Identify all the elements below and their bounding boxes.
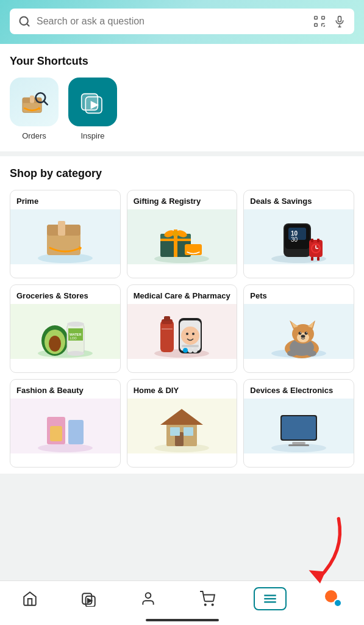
svg-point-68 — [181, 327, 199, 345]
svg-point-87 — [306, 332, 307, 333]
svg-rect-62 — [160, 320, 174, 352]
cat-deals-label: Deals & Savings — [244, 190, 354, 209]
svg-rect-104 — [292, 442, 305, 444]
account-nav-icon — [140, 591, 156, 607]
svg-rect-14 — [30, 96, 34, 103]
cat-home-label: Home & DIY — [127, 380, 237, 399]
svg-point-70 — [192, 333, 194, 335]
cat-pets-label: Pets — [244, 285, 354, 304]
svg-rect-103 — [282, 416, 316, 439]
category-card-deals[interactable]: Deals & Savings 10 30 — [243, 190, 354, 278]
svg-point-59 — [67, 322, 84, 327]
bottom-spacer — [0, 474, 364, 529]
category-section: Shop by category Prime Gifting & Registr… — [0, 156, 364, 474]
category-card-prime[interactable]: Prime — [10, 190, 121, 278]
svg-point-112 — [212, 604, 213, 605]
svg-point-85 — [305, 331, 308, 334]
svg-rect-105 — [288, 444, 309, 446]
nav-cart[interactable] — [194, 588, 220, 609]
svg-rect-64 — [164, 316, 170, 321]
svg-rect-42 — [311, 239, 313, 242]
nav-menu[interactable] — [254, 587, 287, 610]
svg-rect-93 — [68, 420, 84, 444]
category-card-gifting[interactable]: Gifting & Registry — [127, 190, 238, 278]
svg-rect-9 — [338, 16, 341, 22]
svg-text:30: 30 — [291, 236, 298, 243]
svg-rect-24 — [58, 221, 65, 236]
svg-point-33 — [173, 231, 179, 237]
home-nav-icon — [22, 591, 38, 607]
header — [0, 0, 364, 44]
cat-fashion-image — [10, 399, 120, 453]
svg-point-72 — [183, 348, 188, 353]
svg-point-111 — [205, 604, 206, 605]
camera-icon[interactable] — [313, 15, 326, 28]
cat-prime-image — [10, 209, 120, 264]
svg-rect-71 — [182, 345, 199, 347]
cat-medical-image — [127, 304, 237, 359]
category-card-fashion[interactable]: Fashion & Beauty — [10, 379, 121, 468]
svg-line-17 — [44, 101, 48, 104]
svg-line-1 — [27, 24, 29, 26]
cat-groceries-image: WATER LOO — [10, 304, 120, 359]
svg-point-91 — [38, 444, 93, 452]
svg-rect-2 — [315, 16, 318, 20]
svg-rect-30 — [160, 239, 191, 241]
svg-rect-99 — [170, 427, 180, 436]
cat-medical-label: Medical Care & Pharmacy — [127, 285, 237, 304]
cat-groceries-label: Groceries & Stores — [10, 285, 120, 304]
svg-point-53 — [49, 336, 61, 352]
svg-marker-97 — [160, 409, 203, 425]
svg-point-110 — [146, 593, 151, 598]
menu-nav-icon — [262, 591, 278, 607]
svg-point-84 — [299, 331, 302, 334]
inspire-nav-icon — [81, 591, 97, 607]
profile-dot-icon — [325, 590, 342, 607]
svg-rect-45 — [317, 257, 319, 261]
shortcut-orders[interactable]: Orders — [10, 78, 59, 140]
svg-point-86 — [300, 332, 301, 333]
svg-point-90 — [307, 350, 316, 356]
svg-point-88 — [301, 334, 305, 338]
cat-prime-label: Prime — [10, 190, 120, 209]
svg-rect-100 — [184, 427, 193, 436]
inspire-label: Inspire — [80, 131, 104, 140]
svg-rect-44 — [311, 257, 313, 261]
shortcuts-section: Your Shortcuts Orders — [0, 44, 364, 151]
svg-point-73 — [188, 348, 193, 353]
cat-devices-label: Devices & Electronics — [244, 380, 354, 399]
shortcuts-grid: Orders Inspire — [10, 78, 354, 140]
svg-point-74 — [193, 348, 198, 353]
svg-rect-65 — [162, 328, 173, 330]
category-title: Shop by category — [10, 167, 354, 180]
svg-point-60 — [67, 351, 84, 356]
nav-inspire[interactable] — [76, 588, 102, 609]
nav-account[interactable] — [135, 588, 161, 609]
svg-text:LOO: LOO — [70, 336, 77, 340]
category-card-home[interactable]: Home & DIY — [127, 379, 238, 468]
cat-home-image — [127, 399, 237, 453]
category-card-pets[interactable]: Pets — [243, 284, 354, 373]
svg-rect-107 — [82, 593, 91, 604]
search-icon — [18, 15, 30, 27]
section-divider — [0, 151, 364, 156]
mic-icon[interactable] — [334, 15, 346, 27]
cat-deals-image: 10 30 — [244, 209, 354, 264]
nav-home[interactable] — [17, 588, 43, 609]
svg-rect-94 — [50, 426, 62, 441]
orders-icon-bg — [10, 78, 59, 126]
search-bar[interactable] — [10, 9, 354, 34]
category-grid: Prime Gifting & Registry — [10, 190, 354, 468]
home-indicator — [146, 619, 219, 621]
svg-point-69 — [186, 333, 188, 335]
cat-gifting-label: Gifting & Registry — [127, 190, 237, 209]
nav-profile[interactable] — [320, 588, 347, 610]
cat-gifting-image — [127, 209, 237, 264]
category-card-groceries[interactable]: Groceries & Stores WATER LOO — [10, 284, 121, 373]
cat-pets-image — [244, 304, 354, 359]
cart-nav-icon — [199, 591, 215, 607]
category-card-medical[interactable]: Medical Care & Pharmacy — [127, 284, 238, 373]
shortcut-inspire[interactable]: Inspire — [68, 78, 117, 140]
search-input[interactable] — [37, 16, 307, 27]
category-card-devices[interactable]: Devices & Electronics — [243, 379, 354, 468]
